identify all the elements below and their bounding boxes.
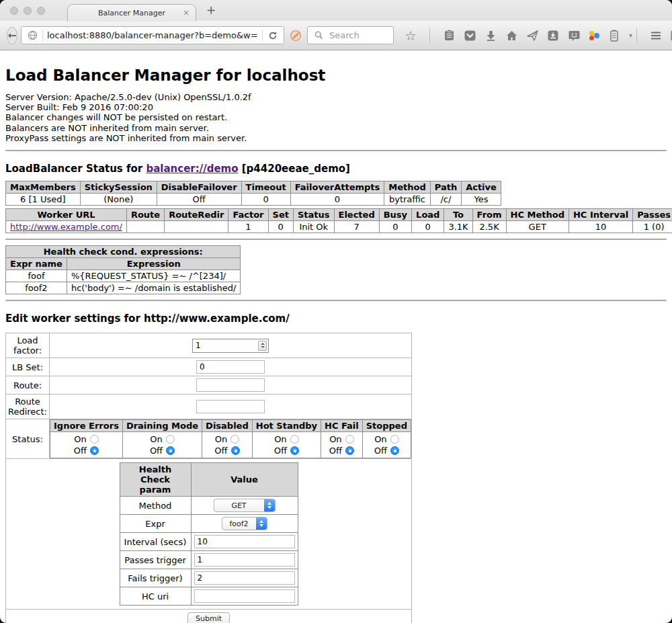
minimize-window-icon[interactable]	[24, 7, 32, 15]
number-stepper-icon[interactable]	[258, 341, 267, 351]
column-header: Status	[293, 209, 334, 221]
status-ignore-errors-cell: On Off	[50, 432, 123, 458]
ignore-errors-off-radio[interactable]	[90, 446, 99, 455]
column-header: Disabled	[202, 420, 253, 432]
cell-to: 3.1K	[444, 221, 472, 233]
forum-smiley-icon[interactable]	[568, 30, 580, 42]
worker-table: Worker URL Route RouteRedir Factor Set S…	[5, 208, 672, 233]
worker-url-link[interactable]: http://www.example.com/	[10, 222, 122, 232]
balancer-status-table: MaxMembers StickySession DisableFailover…	[5, 181, 501, 206]
table-header-row: MaxMembers StickySession DisableFailover…	[6, 181, 501, 194]
route-input[interactable]	[196, 378, 265, 392]
cell-expression: %{REQUEST_STATUS} =~ /^[234]/	[67, 270, 241, 282]
hc-uri-input[interactable]	[194, 589, 295, 603]
cell-path: /c/	[430, 194, 461, 206]
hc-row: Expr foof2	[120, 515, 298, 533]
cell-active: Yes	[462, 194, 501, 206]
back-button[interactable]	[7, 27, 17, 44]
save-inbox-icon[interactable]	[547, 30, 559, 42]
hc-fail-off-radio[interactable]	[345, 446, 354, 455]
column-header: Passes	[633, 209, 672, 221]
colors-dots-icon[interactable]	[589, 30, 599, 41]
route-label: Route:	[6, 376, 50, 394]
hc-expr-select[interactable]: foof2	[222, 517, 267, 530]
status-stopped-cell: On Off	[362, 432, 411, 458]
disabled-off-radio[interactable]	[231, 446, 240, 455]
status-hc-fail-cell: On Off	[321, 432, 363, 458]
status-radio-row: On Off On Off On Off	[50, 432, 411, 458]
back-arrow-icon	[7, 32, 17, 40]
titlebar: Balancer Manager × +	[0, 0, 672, 21]
draining-mode-off-radio[interactable]	[166, 446, 175, 455]
lb-set-input[interactable]	[196, 360, 265, 374]
url-text[interactable]: localhost:8880/balancer-manager?b=demo&w…	[47, 30, 258, 40]
column-header: Timeout	[241, 181, 290, 194]
submit-button[interactable]: Submit	[187, 612, 230, 623]
on-label: On	[329, 433, 341, 445]
hc-row: Fails trigger)	[120, 569, 298, 587]
server-info-line: Balancer changes will NOT be persisted o…	[5, 112, 667, 122]
form-row-hc: Health Check param Value Method GET Expr	[6, 459, 412, 610]
status-draining-mode-cell: On Off	[122, 432, 202, 458]
column-header: Ignore Errors	[50, 420, 123, 432]
downloads-icon[interactable]	[485, 30, 497, 42]
bookmark-star-icon[interactable]: ☆	[405, 30, 417, 42]
url-bar[interactable]: localhost:8880/balancer-manager?b=demo&w…	[21, 26, 284, 44]
balancer-demo-link[interactable]: balancer://demo	[146, 163, 238, 175]
draining-mode-on-radio[interactable]	[166, 435, 175, 444]
expr-row: foof %{REQUEST_STATUS} =~ /^[234]/	[6, 270, 241, 282]
column-header: FailoverAttempts	[290, 181, 384, 194]
hot-standby-off-radio[interactable]	[290, 446, 299, 455]
method-label: Method	[120, 497, 191, 515]
health-check-expressions-table: Health check cond. expressions: Expr nam…	[5, 245, 241, 294]
hot-standby-on-radio[interactable]	[290, 435, 299, 444]
status-hot-standby-cell: On Off	[252, 432, 321, 458]
toolbar-buttons: ☆	[405, 28, 632, 43]
cell-hc-method: GET	[506, 221, 569, 233]
column-header: Expr name	[6, 258, 67, 270]
close-window-icon[interactable]	[10, 7, 18, 15]
off-label: Off	[74, 445, 87, 456]
ignore-errors-on-radio[interactable]	[90, 435, 99, 444]
hc-fail-on-radio[interactable]	[345, 435, 354, 444]
new-tab-button[interactable]: +	[206, 3, 216, 17]
hc-row: Interval (secs)	[120, 533, 298, 551]
hc-fails-input[interactable]	[194, 571, 295, 585]
clipboard-icon[interactable]	[443, 30, 455, 42]
disabled-on-radio[interactable]	[230, 435, 239, 444]
column-header: From	[472, 209, 506, 221]
column-header: Busy	[379, 209, 411, 221]
zoom-window-icon[interactable]	[37, 7, 45, 15]
cell-disablefailover: Off	[157, 194, 241, 206]
load-factor-input[interactable]	[192, 339, 269, 353]
send-tab-icon[interactable]	[526, 30, 538, 42]
stopped-on-radio[interactable]	[390, 435, 399, 444]
tab-close-icon[interactable]: ×	[183, 9, 190, 17]
form-row: Route Redirect:	[6, 394, 412, 419]
tab-balancer-manager[interactable]: Balancer Manager ×	[67, 4, 196, 22]
content-block-icon[interactable]	[290, 30, 302, 42]
site-globe-icon	[26, 30, 38, 42]
lb-set-label: LB Set:	[6, 358, 50, 376]
cell-expr-name: foof	[6, 270, 67, 282]
selected-value: foof2	[222, 520, 256, 528]
home-icon[interactable]	[505, 30, 517, 42]
search-input[interactable]	[328, 30, 388, 41]
route-redirect-input[interactable]	[196, 400, 265, 413]
cell-expression: hc('body') =~ /domain is established/	[67, 282, 241, 294]
worker-row: http://www.example.com/ 1 0 Init Ok 7 0 …	[6, 221, 672, 233]
stopped-off-radio[interactable]	[390, 446, 399, 455]
hc-interval-input[interactable]	[194, 535, 295, 548]
reload-icon[interactable]	[267, 30, 279, 42]
passes-label: Passes trigger	[120, 551, 191, 569]
status-label: Status:	[6, 419, 50, 459]
battery-device-icon[interactable]	[608, 30, 620, 42]
search-bar[interactable]	[307, 26, 394, 44]
hc-uri-label: HC uri	[120, 587, 191, 606]
hamburger-menu-icon[interactable]	[650, 30, 662, 42]
divider	[5, 239, 667, 240]
pocket-icon[interactable]	[464, 30, 476, 42]
urlbar-divider	[262, 30, 263, 42]
hc-method-select[interactable]: GET	[214, 499, 276, 512]
hc-passes-input[interactable]	[194, 553, 295, 567]
